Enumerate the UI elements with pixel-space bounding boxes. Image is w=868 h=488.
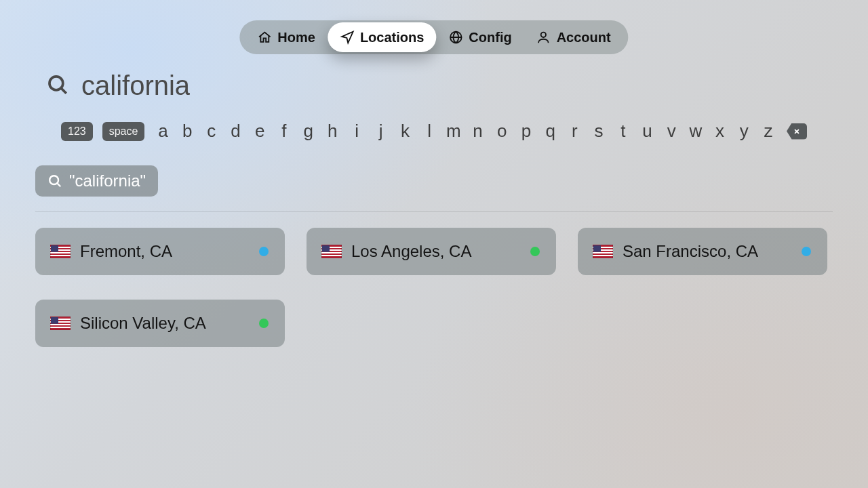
nav-label: Config	[469, 30, 511, 45]
key-b[interactable]: b	[178, 121, 196, 142]
svg-line-3	[61, 88, 66, 93]
status-dot	[259, 319, 269, 328]
key-d[interactable]: d	[227, 121, 245, 142]
divider	[35, 211, 833, 212]
status-dot	[259, 247, 269, 256]
location-label: Fremont, CA	[80, 242, 259, 261]
nav-home[interactable]: Home	[245, 24, 328, 51]
key-u[interactable]: u	[638, 121, 656, 142]
key-h[interactable]: h	[323, 121, 341, 142]
home-icon	[257, 30, 272, 45]
location-card[interactable]: Los Angeles, CA	[307, 228, 556, 275]
keyboard-row: 123 space abcdefghijklmnopqrstuvwxyz	[61, 121, 807, 142]
flag-icon	[593, 245, 613, 258]
key-l[interactable]: l	[420, 121, 438, 142]
globe-icon	[448, 30, 463, 45]
key-i[interactable]: i	[348, 121, 366, 142]
svg-point-6	[50, 176, 58, 184]
key-k[interactable]: k	[396, 121, 414, 142]
top-nav: HomeLocationsConfigAccount	[239, 20, 628, 54]
key-y[interactable]: y	[735, 121, 753, 142]
nav-label: Locations	[360, 30, 424, 45]
user-icon	[536, 30, 551, 45]
key-q[interactable]: q	[542, 121, 559, 142]
location-card[interactable]: Fremont, CA	[35, 228, 285, 275]
key-c[interactable]: c	[203, 121, 220, 142]
backspace-icon[interactable]	[787, 123, 807, 140]
key-w[interactable]: w	[687, 121, 705, 142]
search-icon	[46, 73, 69, 99]
flag-icon	[50, 317, 71, 330]
nav-account[interactable]: Account	[524, 24, 623, 51]
key-g[interactable]: g	[300, 121, 317, 142]
keyboard-letters: abcdefghijklmnopqrstuvwxyz	[154, 121, 777, 142]
key-j[interactable]: j	[372, 121, 390, 142]
results-grid: Fremont, CALos Angeles, CASan Francisco,…	[35, 228, 841, 347]
key-s[interactable]: s	[590, 121, 608, 142]
location-label: Los Angeles, CA	[351, 242, 530, 261]
keyboard-mode-key[interactable]: 123	[61, 122, 93, 141]
key-n[interactable]: n	[469, 121, 487, 142]
location-label: Silicon Valley, CA	[80, 314, 259, 333]
svg-point-2	[50, 76, 63, 89]
nav-label: Account	[557, 30, 611, 45]
nav-config[interactable]: Config	[436, 24, 524, 51]
status-dot	[802, 247, 811, 256]
key-p[interactable]: p	[517, 121, 535, 142]
key-t[interactable]: t	[614, 121, 632, 142]
keyboard-space-key[interactable]: space	[102, 122, 145, 141]
key-e[interactable]: e	[251, 121, 269, 142]
nav-label: Home	[277, 30, 315, 45]
key-o[interactable]: o	[493, 121, 511, 142]
key-m[interactable]: m	[445, 121, 462, 142]
key-x[interactable]: x	[711, 121, 729, 142]
nav-locations[interactable]: Locations	[328, 22, 436, 52]
key-f[interactable]: f	[275, 121, 293, 142]
flag-icon	[50, 245, 71, 258]
key-r[interactable]: r	[566, 121, 583, 142]
location-label: San Francisco, CA	[623, 242, 802, 261]
search-row: california	[46, 70, 190, 101]
search-suggestion-label: "california"	[69, 171, 146, 190]
location-card[interactable]: Silicon Valley, CA	[35, 300, 285, 347]
key-v[interactable]: v	[663, 121, 680, 142]
location-card[interactable]: San Francisco, CA	[578, 228, 827, 275]
svg-point-1	[541, 33, 546, 37]
svg-line-7	[57, 183, 60, 186]
status-dot	[530, 247, 540, 256]
search-suggestion[interactable]: "california"	[35, 165, 158, 197]
key-z[interactable]: z	[760, 121, 777, 142]
flag-icon	[321, 245, 342, 258]
search-input[interactable]: california	[81, 70, 190, 101]
key-a[interactable]: a	[154, 121, 172, 142]
navigate-icon	[340, 30, 355, 45]
